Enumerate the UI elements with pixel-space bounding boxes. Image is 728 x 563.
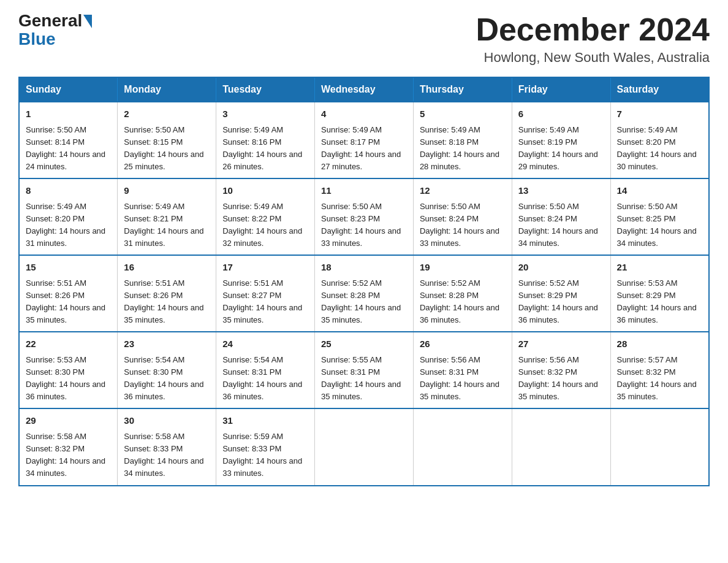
calendar-cell — [315, 408, 414, 485]
day-number: 9 — [124, 184, 210, 198]
day-number: 18 — [321, 261, 407, 275]
day-number: 22 — [26, 337, 111, 351]
day-number: 15 — [26, 261, 111, 275]
day-info: Sunrise: 5:49 AMSunset: 8:21 PMDaylight:… — [124, 201, 210, 250]
day-info: Sunrise: 5:56 AMSunset: 8:31 PMDaylight:… — [420, 354, 506, 404]
calendar-table: SundayMondayTuesdayWednesdayThursdayFrid… — [18, 77, 710, 486]
day-number: 7 — [617, 107, 702, 121]
day-info: Sunrise: 5:54 AMSunset: 8:31 PMDaylight:… — [222, 354, 308, 404]
logo-arrow-icon — [83, 15, 92, 28]
calendar-cell: 18Sunrise: 5:52 AMSunset: 8:28 PMDayligh… — [315, 255, 414, 332]
day-info: Sunrise: 5:51 AMSunset: 8:26 PMDaylight:… — [124, 277, 210, 327]
location-title: Howlong, New South Wales, Australia — [476, 50, 710, 66]
day-number: 28 — [617, 337, 702, 351]
day-info: Sunrise: 5:54 AMSunset: 8:30 PMDaylight:… — [124, 354, 210, 404]
calendar-cell: 30Sunrise: 5:58 AMSunset: 8:33 PMDayligh… — [118, 408, 216, 485]
day-number: 13 — [518, 184, 604, 198]
day-number: 3 — [222, 107, 308, 121]
day-info: Sunrise: 5:55 AMSunset: 8:31 PMDaylight:… — [321, 354, 407, 404]
calendar-cell — [512, 408, 610, 485]
day-number: 8 — [26, 184, 111, 198]
day-info: Sunrise: 5:49 AMSunset: 8:20 PMDaylight:… — [26, 201, 111, 250]
page-header: General Blue December 2024 Howlong, New … — [18, 12, 710, 66]
calendar-cell: 17Sunrise: 5:51 AMSunset: 8:27 PMDayligh… — [216, 255, 315, 332]
calendar-cell: 28Sunrise: 5:57 AMSunset: 8:32 PMDayligh… — [610, 332, 709, 408]
calendar-header-thursday: Thursday — [413, 77, 512, 102]
day-info: Sunrise: 5:50 AMSunset: 8:14 PMDaylight:… — [26, 124, 111, 174]
day-number: 12 — [420, 184, 506, 198]
calendar-cell: 29Sunrise: 5:58 AMSunset: 8:32 PMDayligh… — [19, 408, 118, 485]
day-number: 4 — [321, 107, 407, 121]
calendar-cell: 11Sunrise: 5:50 AMSunset: 8:23 PMDayligh… — [315, 178, 414, 255]
calendar-cell: 1Sunrise: 5:50 AMSunset: 8:14 PMDaylight… — [19, 102, 118, 178]
day-number: 21 — [617, 261, 702, 275]
day-info: Sunrise: 5:51 AMSunset: 8:27 PMDaylight:… — [222, 277, 308, 327]
day-info: Sunrise: 5:51 AMSunset: 8:26 PMDaylight:… — [26, 277, 111, 327]
day-number: 30 — [124, 414, 210, 428]
month-title: December 2024 — [476, 12, 710, 47]
day-number: 24 — [222, 337, 308, 351]
day-number: 26 — [420, 337, 506, 351]
calendar-cell: 13Sunrise: 5:50 AMSunset: 8:24 PMDayligh… — [512, 178, 610, 255]
day-info: Sunrise: 5:50 AMSunset: 8:15 PMDaylight:… — [124, 124, 210, 174]
calendar-cell: 12Sunrise: 5:50 AMSunset: 8:24 PMDayligh… — [413, 178, 512, 255]
calendar-cell: 21Sunrise: 5:53 AMSunset: 8:29 PMDayligh… — [610, 255, 709, 332]
day-info: Sunrise: 5:58 AMSunset: 8:33 PMDaylight:… — [124, 431, 210, 480]
calendar-week-row: 15Sunrise: 5:51 AMSunset: 8:26 PMDayligh… — [19, 255, 709, 332]
calendar-cell: 19Sunrise: 5:52 AMSunset: 8:28 PMDayligh… — [413, 255, 512, 332]
calendar-cell: 27Sunrise: 5:56 AMSunset: 8:32 PMDayligh… — [512, 332, 610, 408]
day-info: Sunrise: 5:49 AMSunset: 8:17 PMDaylight:… — [321, 124, 407, 174]
calendar-header-row: SundayMondayTuesdayWednesdayThursdayFrid… — [19, 77, 709, 102]
calendar-header-friday: Friday — [512, 77, 610, 102]
logo: General Blue — [18, 12, 92, 49]
calendar-cell — [413, 408, 512, 485]
calendar-cell: 24Sunrise: 5:54 AMSunset: 8:31 PMDayligh… — [216, 332, 315, 408]
calendar-week-row: 8Sunrise: 5:49 AMSunset: 8:20 PMDaylight… — [19, 178, 709, 255]
title-area: December 2024 Howlong, New South Wales, … — [476, 12, 710, 66]
day-info: Sunrise: 5:50 AMSunset: 8:25 PMDaylight:… — [617, 201, 702, 250]
day-number: 5 — [420, 107, 506, 121]
calendar-cell: 2Sunrise: 5:50 AMSunset: 8:15 PMDaylight… — [118, 102, 216, 178]
day-info: Sunrise: 5:58 AMSunset: 8:32 PMDaylight:… — [26, 431, 111, 480]
day-info: Sunrise: 5:52 AMSunset: 8:28 PMDaylight:… — [321, 277, 407, 327]
calendar-cell: 15Sunrise: 5:51 AMSunset: 8:26 PMDayligh… — [19, 255, 118, 332]
day-number: 19 — [420, 261, 506, 275]
calendar-cell — [610, 408, 709, 485]
calendar-cell: 7Sunrise: 5:49 AMSunset: 8:20 PMDaylight… — [610, 102, 709, 178]
calendar-cell: 4Sunrise: 5:49 AMSunset: 8:17 PMDaylight… — [315, 102, 414, 178]
day-info: Sunrise: 5:50 AMSunset: 8:24 PMDaylight:… — [420, 201, 506, 250]
day-info: Sunrise: 5:49 AMSunset: 8:22 PMDaylight:… — [222, 201, 308, 250]
day-info: Sunrise: 5:49 AMSunset: 8:20 PMDaylight:… — [617, 124, 702, 174]
day-number: 6 — [518, 107, 604, 121]
day-number: 27 — [518, 337, 604, 351]
calendar-cell: 9Sunrise: 5:49 AMSunset: 8:21 PMDaylight… — [118, 178, 216, 255]
day-number: 23 — [124, 337, 210, 351]
day-number: 2 — [124, 107, 210, 121]
day-number: 16 — [124, 261, 210, 275]
day-info: Sunrise: 5:57 AMSunset: 8:32 PMDaylight:… — [617, 354, 702, 404]
calendar-header-monday: Monday — [118, 77, 216, 102]
calendar-header-tuesday: Tuesday — [216, 77, 315, 102]
logo-blue-text: Blue — [18, 29, 56, 49]
day-info: Sunrise: 5:49 AMSunset: 8:16 PMDaylight:… — [222, 124, 308, 174]
calendar-cell: 5Sunrise: 5:49 AMSunset: 8:18 PMDaylight… — [413, 102, 512, 178]
calendar-cell: 23Sunrise: 5:54 AMSunset: 8:30 PMDayligh… — [118, 332, 216, 408]
logo-general-text: General — [18, 12, 82, 29]
day-info: Sunrise: 5:49 AMSunset: 8:18 PMDaylight:… — [420, 124, 506, 174]
calendar-header-wednesday: Wednesday — [315, 77, 414, 102]
day-number: 25 — [321, 337, 407, 351]
day-info: Sunrise: 5:52 AMSunset: 8:28 PMDaylight:… — [420, 277, 506, 327]
day-number: 11 — [321, 184, 407, 198]
day-info: Sunrise: 5:53 AMSunset: 8:30 PMDaylight:… — [26, 354, 111, 404]
day-number: 20 — [518, 261, 604, 275]
day-info: Sunrise: 5:52 AMSunset: 8:29 PMDaylight:… — [518, 277, 604, 327]
calendar-header-sunday: Sunday — [19, 77, 118, 102]
day-number: 10 — [222, 184, 308, 198]
day-info: Sunrise: 5:59 AMSunset: 8:33 PMDaylight:… — [222, 431, 308, 480]
day-info: Sunrise: 5:49 AMSunset: 8:19 PMDaylight:… — [518, 124, 604, 174]
calendar-week-row: 1Sunrise: 5:50 AMSunset: 8:14 PMDaylight… — [19, 102, 709, 178]
day-info: Sunrise: 5:50 AMSunset: 8:24 PMDaylight:… — [518, 201, 604, 250]
calendar-cell: 16Sunrise: 5:51 AMSunset: 8:26 PMDayligh… — [118, 255, 216, 332]
calendar-cell: 6Sunrise: 5:49 AMSunset: 8:19 PMDaylight… — [512, 102, 610, 178]
day-number: 1 — [26, 107, 111, 121]
